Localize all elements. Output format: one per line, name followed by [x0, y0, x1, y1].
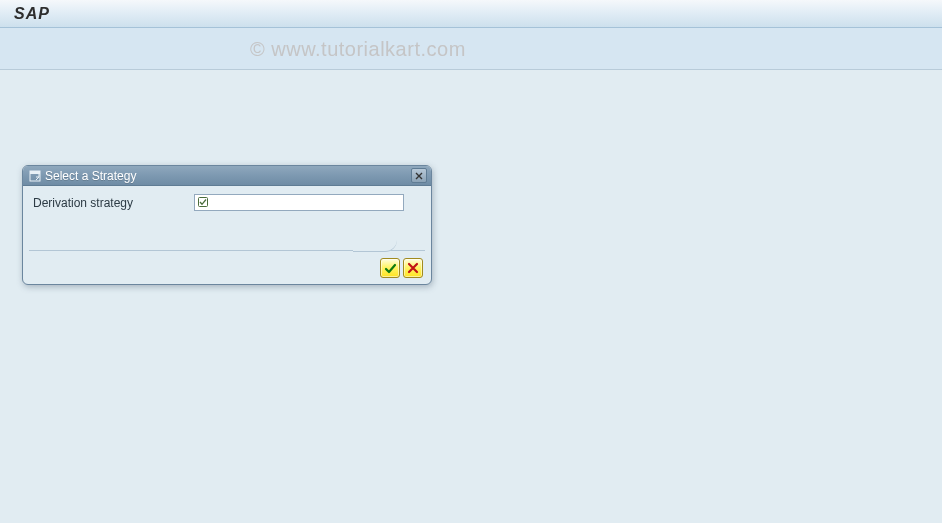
cancel-button[interactable] [403, 258, 423, 278]
app-header: SAP [0, 0, 942, 28]
dialog-footer [23, 256, 431, 284]
close-icon [415, 172, 423, 180]
dialog-close-button[interactable] [411, 168, 427, 183]
ok-button[interactable] [380, 258, 400, 278]
svg-rect-1 [30, 171, 40, 174]
app-toolbar [0, 28, 942, 70]
dialog-icon [29, 170, 41, 182]
main-canvas: Select a Strategy Derivation strategy [0, 70, 942, 523]
dialog-titlebar[interactable]: Select a Strategy [23, 166, 431, 186]
derivation-strategy-label: Derivation strategy [33, 196, 188, 210]
dialog-title: Select a Strategy [45, 169, 411, 183]
derivation-strategy-row: Derivation strategy [33, 194, 421, 211]
app-title: SAP [14, 5, 50, 23]
x-icon [407, 262, 419, 274]
dialog-separator [29, 244, 425, 256]
select-strategy-dialog: Select a Strategy Derivation strategy [22, 165, 432, 285]
derivation-strategy-input-wrap [194, 194, 421, 211]
dialog-body: Derivation strategy [23, 186, 431, 244]
derivation-strategy-input[interactable] [194, 194, 404, 211]
check-icon [384, 262, 397, 275]
